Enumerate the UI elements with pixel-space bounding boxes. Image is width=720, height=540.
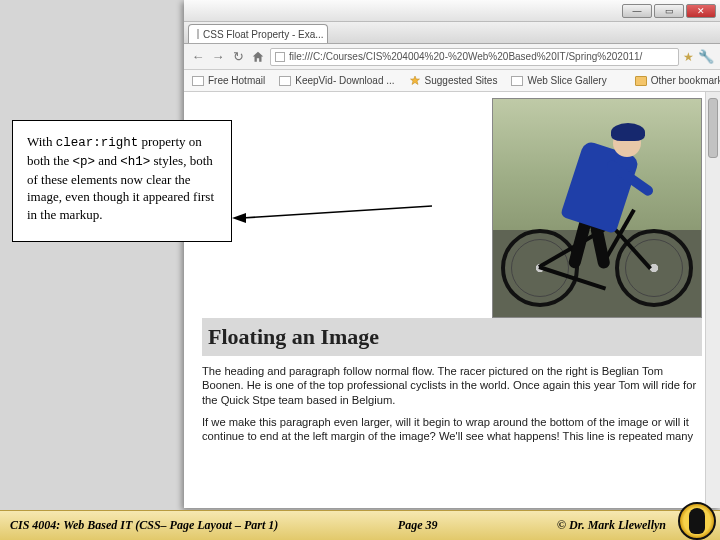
page-heading: Floating an Image xyxy=(208,324,696,350)
settings-wrench-icon[interactable]: 🔧 xyxy=(698,49,714,64)
page-icon xyxy=(192,76,204,86)
code-h1-tag: <h1> xyxy=(120,155,150,169)
bookmark-star-icon[interactable]: ★ xyxy=(683,50,694,64)
ucf-logo xyxy=(678,502,716,540)
browser-window: — ▭ ✕ CSS Float Property - Exa... ← → ↻ … xyxy=(184,0,720,508)
close-button[interactable]: ✕ xyxy=(686,4,716,18)
back-button[interactable]: ← xyxy=(190,49,206,65)
paragraph-2: If we make this paragraph even larger, w… xyxy=(202,415,702,444)
url-text: file:///C:/Courses/CIS%204004%20-%20Web%… xyxy=(289,51,642,62)
scrollbar-thumb[interactable] xyxy=(708,98,718,158)
url-field[interactable]: file:///C:/Courses/CIS%204004%20-%20Web%… xyxy=(270,48,679,66)
code-p-tag: <p> xyxy=(73,155,96,169)
other-bookmarks[interactable]: Other bookmarks xyxy=(635,75,720,86)
forward-button[interactable]: → xyxy=(210,49,226,65)
tab-strip: CSS Float Property - Exa... xyxy=(184,22,720,44)
favorites-icon xyxy=(409,75,421,87)
paragraph-1: The heading and paragraph follow normal … xyxy=(202,364,702,407)
bookmark-keepvid[interactable]: KeepVid- Download ... xyxy=(279,75,394,86)
bookmark-web-slice[interactable]: Web Slice Gallery xyxy=(511,75,606,86)
svg-marker-1 xyxy=(232,213,246,223)
tab-title: CSS Float Property - Exa... xyxy=(203,29,324,40)
heading-row: Floating an Image xyxy=(202,318,702,356)
footer-page: Page 39 xyxy=(278,518,557,533)
maximize-button[interactable]: ▭ xyxy=(654,4,684,18)
reload-button[interactable]: ↻ xyxy=(230,49,246,65)
annotation-arrow xyxy=(232,198,452,238)
slide-footer: CIS 4004: Web Based IT (CSS– Page Layout… xyxy=(0,510,720,540)
window-titlebar: — ▭ ✕ xyxy=(184,0,720,22)
address-bar: ← → ↻ file:///C:/Courses/CIS%204004%20-%… xyxy=(184,44,720,70)
page-icon xyxy=(197,29,199,39)
bookmark-suggested-sites[interactable]: Suggested Sites xyxy=(409,75,498,87)
page-viewport: Floating an Image The heading and paragr… xyxy=(184,92,720,508)
vertical-scrollbar[interactable] xyxy=(705,92,720,508)
cyclist-image xyxy=(492,98,702,318)
footer-copyright: © Dr. Mark Llewellyn xyxy=(557,518,666,533)
page-icon xyxy=(279,76,291,86)
browser-tab[interactable]: CSS Float Property - Exa... xyxy=(188,24,328,43)
footer-course: CIS 4004: Web Based IT (CSS– Page Layout… xyxy=(10,518,278,533)
file-icon xyxy=(275,52,285,62)
folder-icon xyxy=(635,76,647,86)
home-button[interactable] xyxy=(250,49,266,65)
page-icon xyxy=(511,76,523,86)
bookmarks-bar: Free Hotmail KeepVid- Download ... Sugge… xyxy=(184,70,720,92)
bookmark-free-hotmail[interactable]: Free Hotmail xyxy=(192,75,265,86)
annotation-callout: With clear:right property on both the <p… xyxy=(12,120,232,242)
minimize-button[interactable]: — xyxy=(622,4,652,18)
svg-line-0 xyxy=(242,206,432,218)
code-clear-right: clear:right xyxy=(56,136,139,150)
